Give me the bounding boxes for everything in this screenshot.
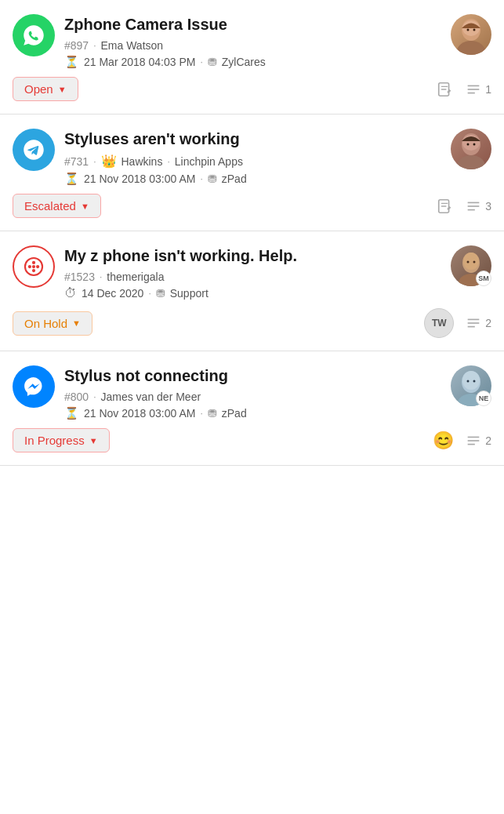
action-count: 2 [485,434,491,447]
ticket-info: Stylus not connecting #800 · James van d… [64,365,247,420]
svg-point-34 [462,371,480,390]
svg-point-13 [473,144,476,146]
svg-point-22 [32,261,35,264]
svg-point-27 [467,261,470,263]
product-text: Support [170,287,208,300]
svg-point-36 [473,380,476,383]
lines-icon[interactable]: 2 [465,432,491,449]
card-header: Stylus not connecting #800 · James van d… [13,365,491,420]
product-text: ZylCares [222,56,266,68]
hierarchy-icon: ⛃ [208,173,217,185]
product-text: zPad [222,173,247,185]
status-label: Escalated [24,199,76,213]
hierarchy-icon: ⛃ [208,56,217,68]
svg-point-20 [32,265,35,268]
lines-icon[interactable]: 2 [465,314,491,332]
status-button[interactable]: On Hold ▼ [13,311,92,336]
dropdown-arrow-icon: ▼ [72,318,81,328]
hierarchy-icon: ⛃ [156,287,165,300]
status-button[interactable]: Escalated ▼ [13,194,101,218]
lines-icon[interactable]: 1 [465,81,491,98]
card-header: My z phone isn't working. Help. #1523 · … [13,245,491,300]
action-count: 3 [485,200,491,213]
card-footer: On Hold ▼ TW 2 [13,308,491,338]
assignee-avatar[interactable]: TW [424,308,454,338]
svg-point-21 [36,265,39,268]
card-left: Stylus not connecting #800 · James van d… [13,365,247,420]
card-left: Styluses aren't working #731 · 👑 Hawkins… [13,129,247,186]
card-left: Zphone Camera Issue #897 · Ema Watson ⏳ … [13,14,266,69]
ticket-agent: themerigala [107,271,164,283]
meta-dot-3: · [200,408,202,419]
ticket-title: Stylus not connecting [64,365,247,386]
svg-point-9 [457,155,485,169]
ticket-info: My z phone isn't working. Help. #1523 · … [64,245,297,300]
ticket-number: #800 [64,391,89,403]
ticket-meta: #731 · 👑 Hawkins · Linchpin Apps [64,154,247,169]
action-count: 1 [485,83,491,96]
app-icon-zphone [13,245,55,288]
svg-point-28 [473,261,476,263]
card-actions: 😊 2 [433,431,491,451]
ticket-meta: #897 · Ema Watson [64,39,266,52]
avatar-badge: NE [476,391,491,406]
ticket-agent: Hawkins [121,155,163,168]
meta-dot-3: · [200,56,202,67]
ticket-card: Stylus not connecting #800 · James van d… [0,351,504,466]
status-button[interactable]: In Progress ▼ [13,428,110,452]
card-header: Styluses aren't working #731 · 👑 Hawkins… [13,129,491,186]
app-icon-whatsapp [13,14,55,56]
svg-point-23 [32,269,35,272]
ticket-agent: Ema Watson [101,39,164,52]
status-label: In Progress [24,434,85,447]
date-text: 21 Nov 2018 03:00 AM [84,173,195,185]
clock-icon: ⏱ [64,286,77,300]
meta-dot-2: · [167,156,169,167]
status-button[interactable]: Open ▼ [13,77,78,101]
card-left: My z phone isn't working. Help. #1523 · … [13,245,297,300]
meta-dot: · [93,40,96,51]
ticket-number: #731 [64,155,89,168]
ticket-card: Zphone Camera Issue #897 · Ema Watson ⏳ … [0,0,504,114]
card-footer: Escalated ▼ 3 [13,194,491,218]
ticket-number: #1523 [64,271,95,283]
ticket-title: My z phone isn't working. Help. [64,245,297,266]
ticket-org: Linchpin Apps [175,155,243,168]
meta-dot-3: · [148,288,150,299]
ticket-card: Styluses aren't working #731 · 👑 Hawkins… [0,114,504,231]
svg-point-26 [463,253,479,270]
card-actions: 3 [437,198,491,215]
ticket-title: Styluses aren't working [64,129,247,149]
meta-dot: · [93,156,96,167]
ticket-info: Styluses aren't working #731 · 👑 Hawkins… [64,129,247,186]
card-footer: In Progress ▼ 😊 2 [13,428,491,452]
edit-icon[interactable] [437,198,454,215]
hierarchy-icon: ⛃ [208,407,217,420]
avatar [451,14,491,55]
product-text: zPad [222,407,247,420]
crown-icon: 👑 [101,154,117,169]
smiley-icon: 😊 [433,431,454,451]
date-text: 21 Mar 2018 04:03 PM [84,56,195,68]
ticket-date: ⏳ 21 Nov 2018 03:00 AM · ⛃ zPad [64,406,247,420]
ticket-date: ⏳ 21 Mar 2018 04:03 PM · ⛃ ZylCares [64,55,266,69]
card-actions: TW 2 [424,308,491,338]
svg-point-4 [473,29,476,31]
status-label: Open [24,82,53,96]
ticket-info: Zphone Camera Issue #897 · Ema Watson ⏳ … [64,14,266,69]
card-header: Zphone Camera Issue #897 · Ema Watson ⏳ … [13,14,491,69]
ticket-agent: James van der Meer [101,391,201,403]
card-actions: 1 [437,81,491,98]
avatar: SM [451,245,491,286]
edit-icon[interactable] [437,81,454,98]
meta-dot: · [93,391,96,402]
ticket-number: #897 [64,39,89,52]
action-count: 2 [485,317,491,329]
date-text: 21 Nov 2018 03:00 AM [84,407,195,420]
timer-icon: ⏳ [64,172,79,186]
lines-icon[interactable]: 3 [465,198,491,215]
dropdown-arrow-icon: ▼ [81,202,89,211]
avatar [451,129,491,169]
date-text: 14 Dec 2020 [82,287,143,300]
ticket-list: Zphone Camera Issue #897 · Ema Watson ⏳ … [0,0,504,466]
